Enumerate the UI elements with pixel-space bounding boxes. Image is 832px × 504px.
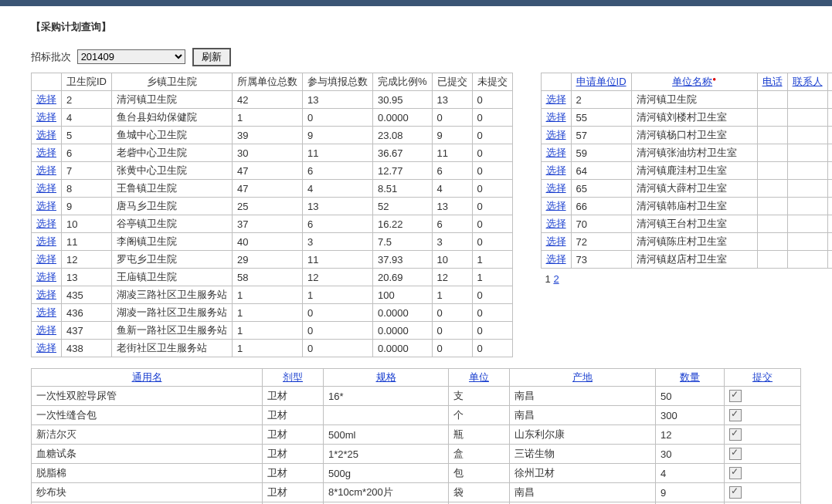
cell-name: 纱布块	[32, 483, 263, 502]
cell-ratio: 16.22	[373, 215, 433, 233]
cell-qty: 30	[656, 445, 725, 464]
select-link[interactable]: 选择	[36, 271, 56, 282]
select-link[interactable]: 选择	[36, 324, 56, 336]
cell-unsub: 0	[472, 215, 512, 233]
checkbox-icon[interactable]	[729, 486, 742, 499]
col-id: 卫生院ID	[62, 73, 112, 91]
cell-fill: 13	[303, 198, 373, 215]
select-link[interactable]: 选择	[36, 342, 56, 353]
col-sub: 已提交	[432, 73, 472, 91]
cell-sub: 4	[432, 180, 472, 198]
cell-submit	[725, 406, 801, 425]
select-link[interactable]: 选择	[36, 200, 56, 211]
cell-ratio: 8.51	[373, 180, 433, 198]
pager: 1 2	[541, 273, 832, 285]
select-link[interactable]: 选择	[546, 182, 566, 194]
cell-name: 唐马乡卫生院	[112, 198, 233, 215]
cell-name: 血糖试条	[32, 445, 263, 464]
cell-apply-id: 57	[571, 127, 631, 144]
cell-sub: 11	[432, 144, 472, 162]
select-link[interactable]: 选择	[36, 235, 56, 247]
select-link[interactable]: 选择	[546, 147, 566, 158]
cell-name: 清河镇卫生院	[112, 91, 233, 109]
table-row: 新洁尔灭卫材500ml瓶山东利尔康12	[32, 425, 801, 445]
col-contact[interactable]: 联系人	[793, 76, 823, 87]
cell-unit-name: 清河镇杨口村卫生室	[631, 127, 757, 144]
col-origin[interactable]: 产地	[572, 371, 593, 383]
cell-phone	[757, 215, 787, 233]
checkbox-icon[interactable]	[729, 390, 742, 402]
cell-spec: 1*2*25	[324, 445, 449, 464]
cell-unsub: 1	[472, 269, 512, 286]
cell-ratio: 100	[373, 286, 433, 304]
top-bar	[0, 0, 832, 6]
select-link[interactable]: 选择	[36, 306, 56, 318]
cell-total: 40	[233, 233, 303, 251]
cell-name: 老街社区卫生服务站	[112, 340, 233, 357]
cell-unsub: 0	[472, 340, 512, 357]
select-link[interactable]: 选择	[546, 164, 566, 176]
col-submit[interactable]: 提交	[752, 371, 773, 383]
batch-select[interactable]: 201409	[77, 49, 185, 64]
checkbox-icon[interactable]	[729, 467, 742, 479]
cell-total: 30	[233, 144, 303, 162]
select-link[interactable]: 选择	[36, 147, 56, 158]
cell-submit	[827, 162, 832, 180]
cell-id: 13	[62, 269, 112, 286]
refresh-button[interactable]: 刷新	[192, 48, 231, 66]
col-phone[interactable]: 电话	[762, 76, 783, 87]
select-link[interactable]: 选择	[36, 129, 56, 140]
col-ratio: 完成比例%	[373, 73, 433, 91]
col-generic-name[interactable]: 通用名	[132, 371, 162, 383]
table-row: 脱脂棉卫材500g包徐州卫材4	[32, 464, 801, 483]
select-link[interactable]: 选择	[36, 93, 56, 105]
cell-unit-name: 清河镇大薛村卫生室	[631, 180, 757, 198]
table-row: 一次性双腔导尿管卫材16*支南昌50	[32, 387, 801, 406]
select-link[interactable]: 选择	[36, 253, 56, 265]
cell-apply-id: 55	[571, 109, 631, 127]
table-header-row: 申请单位ID 单位名称● 电话 联系人 提交 条	[541, 73, 832, 91]
select-link[interactable]: 选择	[546, 253, 566, 265]
cell-spec: 16*	[324, 387, 449, 406]
cell-id: 436	[62, 304, 112, 322]
col-unit-name[interactable]: 单位名称	[672, 76, 712, 87]
select-link[interactable]: 选择	[546, 129, 566, 140]
cell-ratio: 37.93	[373, 251, 433, 269]
cell-contact	[787, 215, 827, 233]
select-link[interactable]: 选择	[546, 111, 566, 123]
cell-id: 10	[62, 215, 112, 233]
checkbox-icon[interactable]	[729, 448, 742, 460]
cell-sub: 0	[432, 322, 472, 340]
cell-total: 37	[233, 215, 303, 233]
checkbox-icon[interactable]	[729, 409, 742, 421]
col-type[interactable]: 剂型	[283, 371, 303, 383]
col-apply-id[interactable]: 申请单位ID	[576, 76, 627, 87]
cell-id: 437	[62, 322, 112, 340]
select-link[interactable]: 选择	[546, 235, 566, 247]
select-link[interactable]: 选择	[36, 182, 56, 194]
select-link[interactable]: 选择	[546, 218, 566, 229]
cell-contact	[787, 180, 827, 198]
table-header-row: 卫生院ID 乡镇卫生院 所属单位总数 参与填报总数 完成比例% 已提交 未提交	[32, 73, 513, 91]
col-unit[interactable]: 单位	[469, 371, 489, 383]
cell-contact	[787, 162, 827, 180]
select-link[interactable]: 选择	[36, 218, 56, 229]
cell-name: 老砦中心卫生院	[112, 144, 233, 162]
select-link[interactable]: 选择	[36, 164, 56, 176]
select-link[interactable]: 选择	[36, 289, 56, 300]
cell-sub: 1	[432, 286, 472, 304]
col-spec[interactable]: 规格	[376, 371, 396, 383]
select-link[interactable]: 选择	[546, 200, 566, 211]
cell-phone	[757, 251, 787, 269]
cell-type: 卫材	[263, 387, 324, 406]
col-qty[interactable]: 数量	[680, 371, 700, 383]
page-2-link[interactable]: 2	[553, 273, 559, 285]
select-link[interactable]: 选择	[36, 111, 56, 123]
cell-submit	[827, 91, 832, 109]
checkbox-icon[interactable]	[729, 428, 742, 441]
cell-ratio: 30.95	[373, 91, 433, 109]
cell-unsub: 0	[472, 109, 512, 127]
select-link[interactable]: 选择	[546, 93, 566, 105]
cell-apply-id: 70	[571, 215, 631, 233]
cell-name: 鱼新一路社区卫生服务站	[112, 322, 233, 340]
